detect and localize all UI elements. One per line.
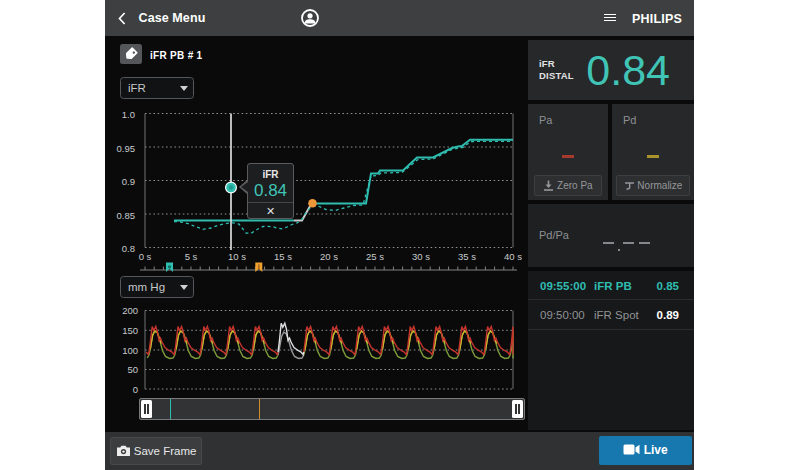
svg-text:25 s: 25 s — [366, 251, 384, 262]
svg-text:200: 200 — [122, 305, 138, 316]
svg-text:5 s: 5 s — [185, 251, 198, 262]
svg-text:100: 100 — [122, 345, 138, 356]
svg-text:0.85: 0.85 — [117, 210, 136, 221]
svg-text:15 s: 15 s — [274, 251, 292, 262]
svg-text:0.8: 0.8 — [122, 243, 135, 254]
svg-text:0.9: 0.9 — [122, 176, 135, 187]
svg-text:10 s: 10 s — [228, 251, 246, 262]
svg-text:20 s: 20 s — [320, 251, 338, 262]
svg-text:0: 0 — [133, 384, 138, 395]
svg-text:40 s: 40 s — [504, 251, 522, 262]
svg-text:30 s: 30 s — [412, 251, 430, 262]
svg-text:35 s: 35 s — [458, 251, 476, 262]
svg-text:50: 50 — [127, 364, 138, 375]
svg-text:1.0: 1.0 — [122, 109, 135, 120]
svg-text:150: 150 — [122, 325, 138, 336]
svg-text:0 s: 0 s — [139, 251, 152, 262]
svg-text:0.95: 0.95 — [117, 143, 136, 154]
